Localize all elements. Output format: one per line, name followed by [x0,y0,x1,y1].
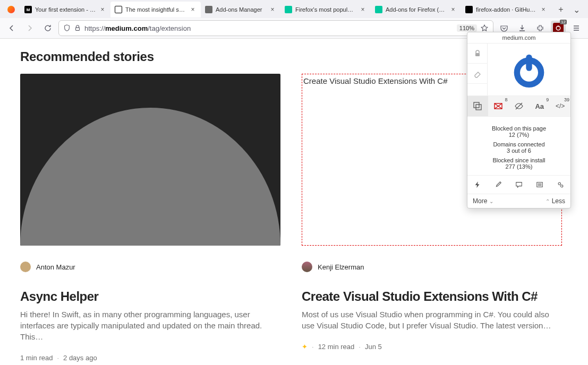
tab-close[interactable]: × [359,6,367,13]
meta-row: 1 min read · 2 days ago [20,354,280,362]
forward-button[interactable] [22,21,37,36]
tab-close[interactable]: × [189,6,197,13]
panel-tools-row1: 8 Aa 9 </> 39 [467,95,570,117]
tab-close[interactable]: × [269,6,276,13]
shield-icon [63,24,71,32]
tab-title: The most insightful stories abo… [125,6,186,13]
power-toggle-button[interactable] [511,49,547,90]
tab-close[interactable]: × [449,6,457,13]
block-media-button[interactable] [509,96,530,116]
tab-1-active[interactable]: The most insightful stories abo… × [110,2,201,18]
block-element-button[interactable] [467,96,488,116]
firefox-icon [7,6,15,13]
eraser-icon [473,69,482,78]
bookmark-star-icon[interactable] [480,24,489,32]
power-icon [511,49,547,90]
firefox-menu[interactable] [2,2,20,18]
less-button[interactable]: ⌃ Less [546,197,565,205]
eraser-button[interactable] [467,64,487,84]
block-scripts-button[interactable]: </> 39 [550,96,570,116]
block-fonts-button[interactable]: Aa 9 [529,96,550,116]
url-text: https://medium.com/tag/extension [84,24,454,32]
story-image [20,74,280,246]
stat-domains-val: 3 out of 6 [471,147,567,154]
svg-point-10 [558,183,560,185]
github-favicon [465,6,473,13]
chevron-down-icon: ⌄ [489,198,493,204]
list-icon [536,181,543,188]
amo-favicon [375,6,382,13]
tab-title: Firefox's most popular and inno… [295,6,356,13]
more-button[interactable]: More ⌄ [473,197,493,205]
eyedropper-icon [495,181,502,188]
logger-button[interactable] [529,176,550,194]
stat-domains-label: Domains connected [471,141,567,147]
panel-stats: Blocked on this page 12 (7%) Domains con… [467,117,570,175]
popup-count: 8 [505,97,508,102]
author-row[interactable]: Anton Mazur [20,262,280,272]
tab-title: Add-ons for Firefox (en-US) [386,6,446,13]
gears-icon [557,181,564,188]
url-bar[interactable]: https://medium.com/tag/extension 110% [58,20,493,36]
member-star-icon: ✦ [302,343,308,351]
story-title[interactable]: Async Helper [20,289,280,305]
meta-separator: · [359,343,361,351]
tab-title: Add-ons Manager [216,6,266,13]
stat-blocked-val: 12 (7%) [471,132,567,138]
tab-2[interactable]: Add-ons Manager × [201,2,280,18]
author-name: Anton Mazur [36,263,75,271]
lightning-icon [474,181,481,188]
story-card-1[interactable]: Anton Mazur Async Helper Hi there! In Sw… [20,74,280,365]
story-excerpt: Hi there! In Swift, as in many other pro… [20,309,280,342]
amo-favicon [285,6,292,13]
mdn-favicon: M [24,6,32,13]
tab-4[interactable]: Add-ons for Firefox (en-US) × [371,2,461,18]
medium-favicon [115,6,122,13]
story-title[interactable]: Create Visual Studio Extensions With C# [302,289,562,305]
power-area [488,44,570,95]
tab-5[interactable]: firefox-addon · GitHub Topics … × [461,2,551,18]
meta-separator: · [312,343,314,351]
svg-rect-5 [526,55,532,71]
panel-main [467,44,570,95]
reload-button[interactable] [40,21,55,36]
chevron-up-icon: ⌃ [546,198,550,204]
block-popup-button[interactable]: 8 [488,96,509,116]
tab-title: firefox-addon · GitHub Topics … [476,6,536,13]
chat-icon [515,181,523,188]
lock-mode-button[interactable] [467,44,487,64]
panel-domain: medium.com [467,32,570,44]
font-count: 9 [546,97,549,102]
blocked-image-text: Create Visual Studio Extensions With C# [303,76,448,85]
tab-close[interactable]: × [540,6,547,13]
tab-0[interactable]: M Your first extension - Mozilla | … × [20,2,110,18]
meta-separator: · [57,354,59,362]
lock-icon [473,49,482,58]
addons-favicon [205,6,212,13]
svg-rect-0 [76,28,80,30]
picker-button[interactable] [488,176,509,194]
meta-row: ✦ · 12 min read · Jun 5 [302,343,562,351]
tab-3[interactable]: Firefox's most popular and inno… × [280,2,371,18]
tab-close[interactable]: × [99,6,106,13]
back-button[interactable] [4,21,19,36]
script-count: 39 [564,97,569,102]
stat-install-val: 277 (13%) [471,163,567,170]
font-icon: Aa [535,102,544,110]
read-time: 1 min read [20,354,53,362]
read-time: 12 min read [318,343,355,351]
zoom-indicator[interactable]: 110% [457,24,477,32]
author-row[interactable]: Kenji Elzerman [302,262,562,272]
app-menu-button[interactable] [569,21,584,36]
settings-button[interactable] [550,176,570,194]
ublock-badge: 12 [560,20,567,24]
stat-install-label: Blocked since install [471,157,567,163]
report-button[interactable] [509,176,530,194]
lock-icon [74,24,81,32]
zap-button[interactable] [467,176,488,194]
story-excerpt: Most of us use Visual Studio when progra… [302,309,562,331]
new-tab-button[interactable]: + [553,2,568,17]
frames-icon [473,101,482,111]
panel-footer: More ⌄ ⌃ Less [467,194,570,208]
tab-overflow-button[interactable]: ⌄ [569,5,584,15]
